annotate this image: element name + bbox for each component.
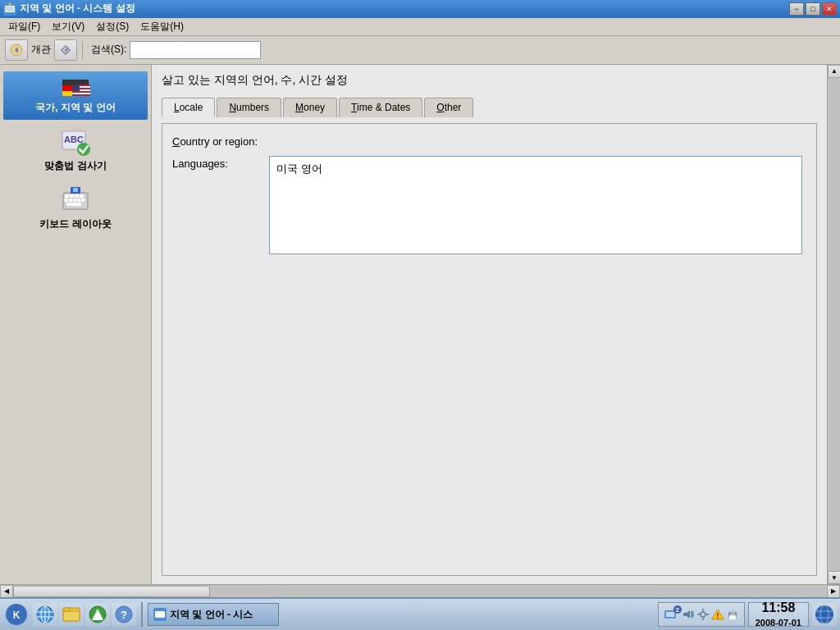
sidebar-item-keyboard[interactable]: 키보드 레이아웃	[3, 181, 148, 236]
back-label: 개관	[31, 43, 51, 57]
svg-rect-52	[155, 611, 165, 618]
scroll-down-button[interactable]: ▼	[828, 571, 840, 584]
tray-settings-icon[interactable]	[696, 608, 710, 621]
tabs: Locale Numbers Money Time & Dates Other	[162, 98, 817, 117]
svg-rect-62	[717, 613, 719, 616]
back-button[interactable]	[5, 39, 28, 61]
svg-point-56	[701, 612, 705, 617]
country-row: Country or region:	[172, 134, 806, 148]
taskbar-right: 2	[658, 602, 837, 627]
svg-rect-54	[666, 612, 674, 617]
tray-badge-area[interactable]: 2	[664, 607, 680, 622]
languages-listbox[interactable]: 미국 영어	[269, 156, 802, 254]
svg-rect-32	[77, 199, 80, 202]
svg-rect-29	[65, 199, 68, 202]
search-label: 검색(S):	[91, 43, 126, 57]
system-tray: 2	[658, 602, 745, 627]
breadcrumb-icon	[59, 43, 72, 57]
languages-label: Languages:	[172, 156, 262, 170]
scroll-up-button[interactable]: ▲	[828, 65, 840, 78]
svg-rect-27	[75, 194, 79, 198]
title-bar-left: 지역 및 언어 - 시스템 설정	[3, 2, 135, 16]
svg-rect-34	[66, 203, 81, 206]
scroll-right-button[interactable]: ▶	[827, 585, 840, 598]
svg-marker-55	[683, 610, 690, 619]
svg-rect-63	[717, 617, 719, 619]
svg-rect-26	[70, 194, 74, 198]
tab-numbers[interactable]: Numbers	[217, 98, 281, 117]
tray-printer-icon[interactable]	[726, 608, 739, 621]
app-icon	[3, 2, 16, 16]
tab-money[interactable]: Money	[283, 98, 337, 117]
maximize-button[interactable]: □	[806, 2, 820, 16]
main-area: 국가, 지역 및 언어 ABC 맞춤법 검사기	[0, 65, 840, 584]
svg-rect-19	[72, 94, 90, 96]
hscroll-thumb[interactable]	[13, 586, 210, 597]
scroll-left-button[interactable]: ◀	[0, 585, 13, 598]
svg-rect-67	[730, 614, 735, 614]
svg-rect-45	[63, 611, 80, 621]
breadcrumb-button[interactable]	[54, 39, 77, 61]
sidebar: 국가, 지역 및 언어 ABC 맞춤법 검사기	[0, 65, 152, 584]
close-button[interactable]: ✕	[822, 2, 837, 16]
svg-rect-59	[697, 614, 700, 615]
svg-rect-33	[81, 199, 84, 202]
tab-locale[interactable]: Locale	[162, 98, 215, 117]
help-icon: ?	[114, 605, 134, 624]
tab-time-dates[interactable]: Time & Dates	[339, 98, 422, 117]
flag-icon	[61, 76, 90, 99]
tray-warning-icon[interactable]	[711, 608, 724, 621]
svg-rect-66	[729, 615, 736, 619]
sidebar-locale-label: 국가, 지역 및 언어	[35, 101, 115, 115]
menu-bar: 파일(F) 보기(V) 설정(S) 도움말(H)	[0, 18, 840, 36]
hscroll-track[interactable]	[13, 585, 827, 598]
title-bar-text: 지역 및 언어 - 시스템 설정	[20, 2, 135, 16]
app-icon-apps[interactable]	[85, 603, 110, 626]
title-bar-controls: − □ ✕	[789, 2, 837, 16]
content-title: 살고 있는 지역의 언어, 수, 시간 설정	[162, 73, 817, 88]
svg-point-3	[9, 2, 11, 5]
minimize-button[interactable]: −	[789, 2, 804, 16]
svg-rect-20	[72, 84, 80, 91]
apps-icon	[88, 605, 107, 624]
clock[interactable]: 11:58 2008-07-01	[748, 602, 809, 627]
menu-settings[interactable]: 설정(S)	[91, 18, 134, 35]
network-sphere-icon	[814, 604, 835, 625]
svg-rect-58	[702, 618, 704, 620]
language-item-korean-english[interactable]: 미국 영어	[273, 160, 798, 178]
app-icon-files[interactable]	[59, 603, 84, 626]
svg-rect-30	[69, 199, 72, 202]
tab-other[interactable]: Other	[424, 98, 473, 117]
menu-help[interactable]: 도움말(H)	[135, 18, 189, 35]
svg-rect-46	[63, 608, 70, 611]
search-input[interactable]	[130, 41, 261, 59]
app-icon-help[interactable]: ?	[112, 603, 136, 626]
svg-rect-36	[73, 188, 78, 192]
clock-time: 11:58	[761, 600, 795, 617]
tray-network-button[interactable]	[812, 603, 837, 626]
app-icon-browser[interactable]	[33, 603, 57, 626]
toolbar-separator	[82, 41, 83, 59]
svg-point-68	[815, 605, 833, 623]
scroll-track[interactable]	[828, 78, 840, 571]
menu-view[interactable]: 보기(V)	[47, 18, 89, 35]
svg-rect-17	[72, 91, 90, 93]
menu-file[interactable]: 파일(F)	[3, 18, 45, 35]
svg-text:?: ?	[121, 609, 127, 621]
country-label: Country or region:	[172, 134, 262, 148]
languages-row: Languages: 미국 영어	[172, 156, 806, 254]
svg-rect-57	[702, 609, 704, 611]
sidebar-item-spell[interactable]: ABC 맞춤법 검사기	[3, 123, 148, 178]
window-icon	[153, 608, 167, 621]
volume-icon[interactable]	[682, 608, 695, 621]
content-area: 살고 있는 지역의 언어, 수, 시간 설정 Locale Numbers Mo…	[152, 65, 827, 584]
sidebar-item-locale[interactable]: 국가, 지역 및 언어	[3, 71, 148, 120]
taskbar-window-locale[interactable]: 지역 및 언어 - 시스	[148, 603, 279, 626]
svg-rect-18	[72, 93, 90, 94]
svg-rect-25	[65, 194, 69, 198]
taskbar-separator	[141, 602, 143, 627]
svg-rect-31	[73, 199, 76, 202]
start-button[interactable]: K	[3, 601, 30, 628]
files-icon	[62, 605, 81, 624]
abc-icon: ABC	[61, 128, 90, 158]
